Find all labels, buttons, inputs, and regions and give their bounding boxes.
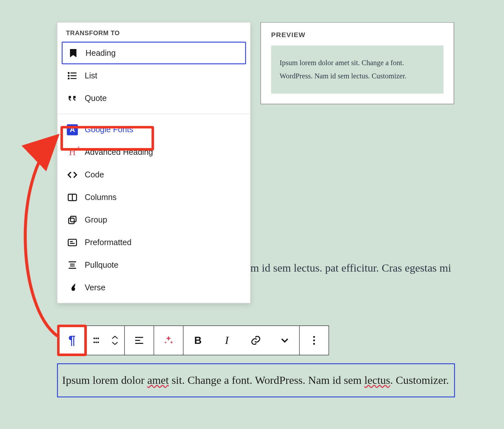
link-button[interactable] bbox=[241, 326, 270, 355]
svg-point-3 bbox=[68, 72, 69, 73]
group-icon bbox=[67, 214, 78, 225]
spellcheck-word: amet bbox=[147, 374, 169, 386]
menu-item-label: Group bbox=[85, 215, 241, 224]
menu-item-label: Google Fonts bbox=[85, 125, 241, 134]
move-up-down-button[interactable] bbox=[106, 326, 124, 355]
menu-item-list[interactable]: List bbox=[62, 64, 246, 87]
svg-rect-10 bbox=[68, 239, 76, 245]
popover-section-core: Heading List Quote bbox=[57, 42, 250, 114]
svg-point-4 bbox=[68, 75, 69, 76]
menu-item-label: Quote bbox=[85, 94, 241, 103]
preview-title: PREVIEW bbox=[271, 31, 443, 39]
svg-point-22 bbox=[96, 342, 97, 343]
menu-item-label: Columns bbox=[85, 193, 241, 202]
google-fonts-icon: A bbox=[67, 124, 78, 135]
list-icon bbox=[67, 70, 78, 81]
svg-point-18 bbox=[97, 338, 99, 339]
more-options-button[interactable] bbox=[300, 326, 329, 355]
menu-item-verse[interactable]: Verse bbox=[62, 276, 246, 299]
svg-point-26 bbox=[313, 336, 315, 338]
bookmark-icon bbox=[68, 47, 79, 58]
menu-item-label: Code bbox=[85, 170, 241, 179]
block-text: . Customizer. bbox=[390, 374, 449, 386]
popover-title: TRANSFORM TO bbox=[57, 23, 250, 42]
menu-item-google-fonts[interactable]: A Google Fonts bbox=[62, 118, 246, 141]
advanced-heading-icon: H bbox=[67, 146, 78, 157]
preformatted-icon bbox=[67, 237, 78, 248]
svg-point-20 bbox=[97, 342, 99, 343]
menu-item-group[interactable]: Group bbox=[62, 208, 246, 231]
menu-item-quote[interactable]: Quote bbox=[62, 87, 246, 109]
block-type-button[interactable]: ¶ bbox=[57, 326, 86, 355]
svg-rect-9 bbox=[71, 216, 76, 222]
menu-item-label: Preformatted bbox=[85, 238, 241, 247]
spellcheck-word: lectus bbox=[364, 374, 390, 386]
columns-icon bbox=[67, 192, 78, 203]
svg-point-21 bbox=[96, 338, 97, 339]
preview-panel: PREVIEW Ipsum lorem dolor amet sit. Chan… bbox=[260, 22, 454, 105]
menu-item-label: Pullquote bbox=[85, 260, 241, 270]
block-text: Ipsum lorem dolor bbox=[62, 374, 147, 386]
menu-item-preformatted[interactable]: Preformatted bbox=[62, 231, 246, 254]
transform-to-popover: TRANSFORM TO Heading List Quote bbox=[57, 22, 251, 304]
svg-point-27 bbox=[313, 339, 315, 341]
quote-icon bbox=[67, 93, 78, 104]
svg-point-28 bbox=[313, 343, 315, 345]
block-toolbar: ¶ B I bbox=[57, 325, 329, 355]
pullquote-icon bbox=[67, 259, 78, 270]
menu-item-advanced-heading[interactable]: H Advanced Heading bbox=[62, 141, 246, 164]
selected-paragraph-block[interactable]: Ipsum lorem dolor amet sit. Change a fon… bbox=[57, 363, 455, 397]
more-richtext-button[interactable] bbox=[270, 326, 299, 355]
italic-button[interactable]: I bbox=[212, 326, 241, 355]
preview-body: Ipsum lorem dolor amet sit. Change a fon… bbox=[271, 45, 443, 94]
bold-button[interactable]: B bbox=[183, 326, 212, 355]
svg-point-5 bbox=[68, 78, 69, 79]
svg-rect-8 bbox=[69, 218, 74, 224]
align-button[interactable] bbox=[125, 326, 154, 355]
svg-point-19 bbox=[93, 342, 95, 343]
ai-sparkle-button[interactable] bbox=[154, 326, 183, 355]
code-icon bbox=[67, 169, 78, 180]
popover-section-plugins: A Google Fonts H Advanced Heading Code bbox=[57, 114, 250, 303]
drag-handle-button[interactable] bbox=[87, 326, 106, 355]
menu-item-label: Advanced Heading bbox=[85, 147, 241, 157]
menu-item-pullquote[interactable]: Pullquote bbox=[62, 254, 246, 276]
menu-item-heading[interactable]: Heading bbox=[62, 42, 246, 64]
menu-item-columns[interactable]: Columns bbox=[62, 186, 246, 208]
menu-item-label: Heading bbox=[86, 48, 240, 58]
menu-item-code[interactable]: Code bbox=[62, 163, 246, 186]
block-text: sit. Change a font. WordPress. Nam id se… bbox=[169, 374, 364, 386]
menu-item-label: Verse bbox=[85, 283, 241, 292]
menu-item-label: List bbox=[85, 71, 241, 80]
verse-icon bbox=[67, 282, 78, 293]
svg-point-17 bbox=[93, 338, 95, 339]
